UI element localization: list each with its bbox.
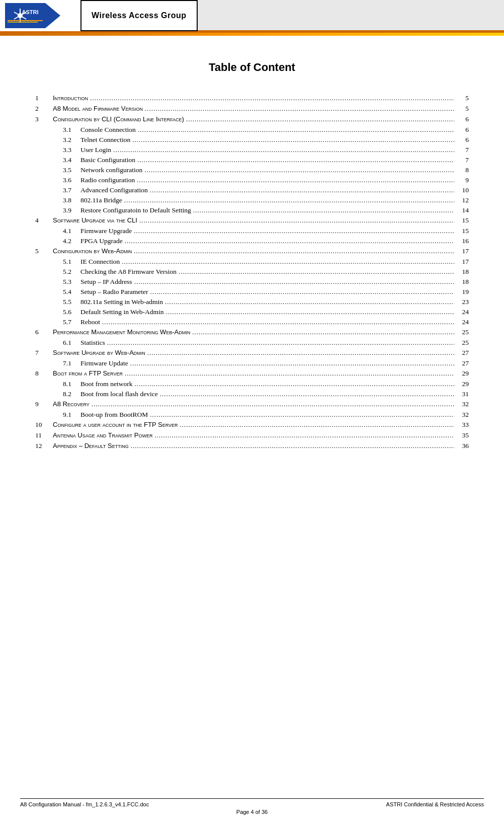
toc-dots: [124, 196, 454, 204]
toc-row: 5.2Checking the A8 Firmware Version18: [35, 268, 469, 276]
toc-label: Appendix – Default Setting: [53, 442, 129, 449]
svg-text:ASTRI: ASTRI: [22, 9, 39, 15]
toc-label: Firmware Update: [80, 359, 128, 367]
toc-row: 3.7Advanced Configuration10: [35, 186, 469, 194]
toc-number: 3: [35, 115, 53, 123]
page-title: Table of Content: [35, 61, 469, 74]
toc-number: 5.5: [63, 298, 80, 306]
footer-text: A8 Configuration Manual - fm_1.2.6.3_v4.…: [20, 801, 484, 807]
toc-row: 3Configuration by CLI (Command Line Inte…: [35, 115, 469, 123]
toc-number: 3.1: [63, 126, 80, 134]
toc-label: Basic Configuration: [80, 156, 135, 164]
toc-dots: [125, 369, 454, 378]
toc-dots: [134, 227, 454, 235]
toc-page: 5: [456, 105, 469, 113]
toc-dots: [137, 156, 454, 164]
toc-page: 7: [456, 156, 469, 164]
toc-dots: [139, 216, 454, 224]
toc-label: Boot from network: [80, 380, 133, 388]
toc-row: 5.4Setup – Radio Parameter19: [35, 288, 469, 296]
toc-page: 36: [456, 442, 469, 450]
toc-number: 2: [35, 105, 53, 113]
toc-dots: [132, 136, 454, 144]
toc-page: 8: [456, 166, 469, 174]
toc-row: 11Antenna Usage and Transmit Power35: [35, 431, 469, 439]
toc-row: 7.1Firmware Update27: [35, 359, 469, 367]
toc-row: 5.1IE Connection17: [35, 258, 469, 266]
toc-page: 17: [456, 247, 469, 255]
toc-row: 4Software Upgrade via the CLI15: [35, 216, 469, 224]
toc-dots: [145, 105, 454, 113]
toc-dots: [179, 268, 454, 276]
footer-divider: [20, 798, 484, 799]
toc-page: 12: [456, 196, 469, 204]
toc-dots: [186, 115, 454, 123]
toc-page: 14: [456, 206, 469, 214]
toc-row: 10Configure a user account in the FTP Se…: [35, 421, 469, 429]
toc-page: 6: [456, 115, 469, 123]
toc-dots: [144, 166, 454, 174]
toc-dots: [137, 176, 454, 184]
toc-dots: [147, 349, 454, 357]
toc-label: Software Upgrade via the CLI: [53, 216, 137, 224]
toc-label: Software Upgrade by Web-Admin: [53, 349, 145, 356]
toc-dots: [102, 318, 454, 326]
toc-row: 5.6Default Setting in Web-Admin24: [35, 308, 469, 316]
toc-number: 5.7: [63, 318, 80, 326]
toc-number: 8: [35, 369, 53, 378]
toc-page: 9: [456, 176, 469, 184]
toc-row: 3.8802.11a Bridge12: [35, 196, 469, 204]
logo-area: ASTRI: [0, 0, 80, 31]
toc-number: 4: [35, 216, 53, 224]
toc-number: 11: [35, 431, 53, 439]
toc-row: 1Introduction5: [35, 94, 469, 102]
toc-label: Performance Management Monitoring Web-Ad…: [53, 328, 190, 336]
toc-row: 4.2FPGA Upgrade16: [35, 237, 469, 245]
toc-dots: [166, 308, 454, 316]
toc-number: 5.2: [63, 268, 80, 276]
toc-number: 5: [35, 247, 53, 255]
toc-row: 3.5Network configuration8: [35, 166, 469, 174]
header-title: Wireless Access Group: [80, 0, 198, 31]
toc-row: 5.7Reboot24: [35, 318, 469, 326]
toc-label: IE Connection: [80, 258, 120, 266]
page-header: ASTRI Wireless Access Group: [0, 0, 504, 33]
toc-number: 8.1: [63, 380, 80, 388]
toc-page: 19: [456, 288, 469, 296]
toc-row: 7Software Upgrade by Web-Admin27: [35, 349, 469, 357]
toc-row: 5.3Setup – IP Address18: [35, 278, 469, 286]
toc-row: 9.1Boot-up from BootROM32: [35, 411, 469, 419]
toc-label: Introduction: [53, 94, 88, 102]
toc-dots: [134, 247, 454, 255]
toc-page: 23: [456, 298, 469, 306]
page-footer: A8 Configuration Manual - fm_1.2.6.3_v4.…: [0, 798, 504, 815]
toc-label: Setup – IP Address: [80, 278, 132, 286]
footer-left: A8 Configuration Manual - fm_1.2.6.3_v4.…: [20, 801, 149, 807]
toc-page: 15: [456, 216, 469, 224]
toc-page: 32: [456, 400, 469, 408]
toc-page: 7: [456, 146, 469, 154]
toc-row: 3.6Radio configuration9: [35, 176, 469, 184]
toc-row: 9A8 Recovery32: [35, 400, 469, 408]
toc-number: 6.1: [63, 339, 80, 347]
toc-label: Configure a user account in the FTP Serv…: [53, 421, 178, 428]
toc-row: 5.5802.11a Setting in Web-admin23: [35, 298, 469, 306]
toc-number: 3.5: [63, 166, 80, 174]
toc-label: Network configuration: [80, 166, 142, 174]
toc-label: Setup – Radio Parameter: [80, 288, 148, 296]
table-of-contents: 1Introduction52A8 Model and Firmware Ver…: [35, 94, 469, 450]
toc-dots: [150, 411, 454, 419]
toc-number: 1: [35, 94, 53, 102]
toc-row: 3.4Basic Configuration7: [35, 156, 469, 164]
toc-dots: [122, 258, 454, 266]
toc-label: A8 Model and Firmware Version: [53, 105, 143, 112]
toc-label: Boot-up from BootROM: [80, 411, 148, 419]
toc-row: 8Boot from a FTP Server29: [35, 369, 469, 378]
toc-dots: [134, 278, 454, 286]
toc-dots: [150, 288, 454, 296]
astri-logo: ASTRI: [5, 3, 60, 28]
toc-page: 33: [456, 421, 469, 429]
toc-number: 9.1: [63, 411, 80, 419]
toc-dots: [160, 390, 454, 398]
toc-number: 3.8: [63, 196, 80, 204]
